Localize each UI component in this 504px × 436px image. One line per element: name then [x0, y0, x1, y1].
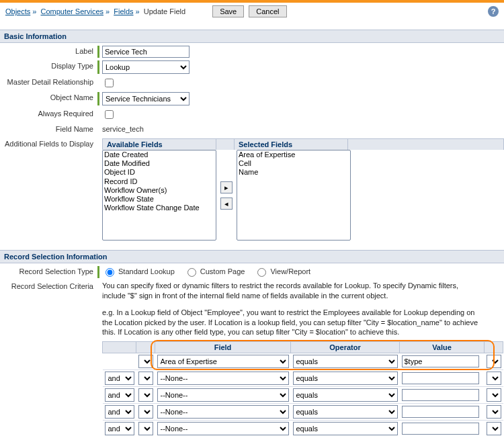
move-right-button[interactable]: ▸: [220, 181, 233, 193]
criteria-field-select[interactable]: --None--: [157, 405, 289, 419]
master-detail-checkbox[interactable]: [105, 79, 114, 87]
criteria-paren-close-select[interactable]: [487, 372, 501, 385]
criteria-value-input[interactable]: [402, 372, 479, 384]
criteria-row: and--None--equals: [103, 404, 503, 421]
criteria-paren-close-select[interactable]: [487, 355, 501, 368]
criteria-value-input[interactable]: [402, 406, 479, 418]
criteria-field-select[interactable]: --None--: [157, 372, 289, 385]
criteria-join-select[interactable]: and: [105, 405, 134, 419]
criteria-join-select[interactable]: and: [105, 388, 134, 402]
breadcrumb-link-objects[interactable]: Objects: [5, 7, 30, 15]
criteria-paren-open-select[interactable]: [138, 355, 153, 368]
criteria-paren-close-select[interactable]: [487, 388, 501, 402]
criteria-join-select[interactable]: and: [105, 372, 134, 385]
criteria-row: and--None--equals: [103, 370, 503, 387]
label-record-selection-type: Record Selection Type: [0, 266, 97, 275]
label-always-required: Always Required: [0, 108, 97, 118]
criteria-operator-select[interactable]: equals: [293, 372, 398, 385]
criteria-field-select[interactable]: Area of Expertise: [157, 355, 289, 368]
criteria-paren-open-select[interactable]: [138, 372, 153, 385]
label-label: Label: [0, 46, 97, 55]
label-field-name: Field Name: [0, 124, 97, 133]
section-record-selection: Record Selection Information: [0, 250, 504, 263]
radio-standard-lookup[interactable]: Standard Lookup: [102, 266, 175, 277]
criteria-value-input[interactable]: [402, 355, 479, 367]
criteria-help-text-2: e.g. In a Lookup field of Object "Employ…: [102, 308, 478, 338]
label-display-type: Display Type: [0, 60, 97, 70]
page-header: Objects» Computer Services» Fields» Upda…: [0, 3, 504, 20]
criteria-row: Area of Expertiseequals: [103, 353, 503, 370]
selected-fields-header: Selected Fields: [234, 138, 348, 150]
always-required-checkbox[interactable]: [105, 110, 114, 119]
breadcrumb-link-computer-services[interactable]: Computer Services: [40, 7, 103, 15]
criteria-operator-select[interactable]: equals: [293, 405, 398, 419]
display-type-select[interactable]: Lookup: [102, 60, 190, 74]
selected-fields-list[interactable]: Area of ExpertiseCellName: [237, 150, 351, 241]
label-input[interactable]: [102, 46, 190, 58]
save-button[interactable]: Save: [212, 5, 244, 17]
criteria-table: Field Operator Value Area of Expertiseeq…: [102, 341, 503, 436]
criteria-col-field: Field: [155, 342, 291, 353]
criteria-paren-close-select[interactable]: [487, 422, 501, 435]
label-master-detail: Master Detail Relationship: [0, 77, 97, 86]
breadcrumb-link-fields[interactable]: Fields: [114, 7, 133, 15]
move-left-button[interactable]: ◂: [220, 198, 233, 210]
criteria-col-value: Value: [400, 342, 485, 353]
criteria-row: and--None--equals: [103, 421, 503, 436]
object-name-select[interactable]: Service Technicians: [102, 92, 190, 105]
field-name-value: service_tech: [102, 124, 144, 133]
available-field-option[interactable]: Object ID: [103, 168, 216, 177]
criteria-operator-select[interactable]: equals: [293, 355, 398, 368]
criteria-paren-open-select[interactable]: [138, 422, 153, 435]
breadcrumb: Objects» Computer Services» Fields» Upda…: [5, 7, 185, 15]
available-field-option[interactable]: Date Created: [103, 150, 216, 159]
criteria-help-text-1: You can specify fixed or dynamic filters…: [102, 281, 478, 301]
selected-field-option[interactable]: Area of Expertise: [237, 150, 350, 159]
criteria-paren-open-select[interactable]: [138, 405, 153, 419]
available-field-option[interactable]: Workflow Owner(s): [103, 186, 216, 195]
cancel-button[interactable]: Cancel: [249, 5, 286, 17]
criteria-operator-select[interactable]: equals: [293, 388, 398, 402]
available-field-option[interactable]: Date Modified: [103, 159, 216, 168]
available-fields-list[interactable]: Date CreatedDate ModifiedObject IDRecord…: [102, 150, 216, 241]
criteria-operator-select[interactable]: equals: [293, 422, 398, 435]
available-field-option[interactable]: Workflow State: [103, 195, 216, 204]
available-fields-header: Available Fields: [102, 138, 216, 150]
criteria-paren-open-select[interactable]: [138, 388, 153, 402]
label-additional-fields: Additional Fields to Display: [0, 138, 97, 148]
criteria-value-input[interactable]: [402, 423, 479, 435]
radio-view-report[interactable]: View/Report: [254, 266, 310, 277]
selected-field-option[interactable]: Cell: [237, 159, 350, 168]
criteria-field-select[interactable]: --None--: [157, 388, 289, 402]
available-field-option[interactable]: Workflow State Change Date: [103, 204, 216, 212]
help-icon[interactable]: ?: [488, 6, 499, 17]
criteria-value-input[interactable]: [402, 389, 479, 401]
criteria-col-operator: Operator: [291, 342, 400, 353]
radio-custom-page[interactable]: Custom Page: [184, 266, 245, 277]
criteria-paren-close-select[interactable]: [487, 405, 501, 419]
selected-field-option[interactable]: Name: [237, 168, 350, 177]
criteria-join-select[interactable]: and: [105, 422, 134, 435]
section-basic-information: Basic Information: [0, 30, 504, 43]
criteria-row: and--None--equals: [103, 387, 503, 404]
label-object-name: Object Name: [0, 92, 97, 101]
breadcrumb-current: Update Field: [144, 7, 185, 15]
criteria-field-select[interactable]: --None--: [157, 422, 289, 435]
label-record-selection-criteria: Record Selection Criteria: [0, 281, 97, 290]
available-field-option[interactable]: Record ID: [103, 177, 216, 186]
